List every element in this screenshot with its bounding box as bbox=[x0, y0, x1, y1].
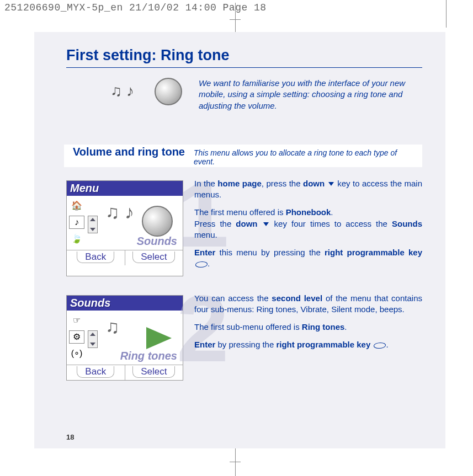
phone-title: Menu bbox=[67, 181, 183, 196]
music-notes-icon: ♫ ♪ bbox=[110, 82, 134, 100]
section-heading: Volume and ring tone bbox=[64, 145, 190, 159]
phone-body: 🏠 ♪ 🍃 ♫ ♪ Sounds bbox=[67, 196, 183, 250]
step-1-text: In the home page, press the down key to … bbox=[194, 178, 422, 276]
programmable-key-icon bbox=[195, 261, 209, 268]
phone-menu-label: Ring tones bbox=[120, 350, 177, 362]
page-content: First setting: Ring tone ♫ ♪ We want to … bbox=[66, 47, 422, 397]
step-2-text: You can access the second level of the m… bbox=[194, 293, 422, 381]
softkey-left: Back bbox=[67, 250, 125, 265]
crop-mark bbox=[230, 19, 241, 20]
section-header: Volume and ring tone This menu allows yo… bbox=[64, 145, 422, 167]
crop-mark bbox=[446, 0, 447, 28]
intro-row: ♫ ♪ We want to familiarise you with the … bbox=[66, 78, 422, 111]
music-notes-icon: ♫ ♪ bbox=[105, 201, 134, 223]
music-notes-icon: ♫ bbox=[105, 316, 120, 338]
scroll-indicator bbox=[88, 330, 98, 348]
note-icon: ♪ bbox=[69, 216, 84, 229]
crop-mark bbox=[235, 448, 236, 476]
softkey-bar: Back Select bbox=[67, 250, 183, 265]
speaker-icon bbox=[142, 206, 173, 237]
scroll-indicator bbox=[88, 216, 98, 233]
intro-text: We want to familiarise you with the inte… bbox=[199, 78, 422, 111]
down-arrow-icon bbox=[263, 222, 269, 226]
phone-screenshot-2: Sounds ☞ ⚙ (∘) ♫ Ring tones Back Select bbox=[66, 295, 183, 381]
horn-icon bbox=[146, 327, 172, 349]
phone-screenshot-1: Menu 🏠 ♪ 🍃 ♫ ♪ Sounds Back Select bbox=[66, 180, 183, 276]
intro-illustration: ♫ ♪ bbox=[110, 78, 182, 111]
gear-icon: ⚙ bbox=[69, 330, 84, 344]
speaker-icon bbox=[155, 78, 182, 105]
crop-mark bbox=[230, 462, 241, 462]
antenna-icon: (∘) bbox=[69, 347, 84, 360]
phone-title: Sounds bbox=[67, 296, 183, 311]
step-2: 2 Sounds ☞ ⚙ (∘) ♫ Ring tones Back Selec… bbox=[66, 293, 422, 381]
section-desc: This menu allows you to allocate a ring … bbox=[190, 147, 422, 167]
home-icon: 🏠 bbox=[69, 199, 84, 212]
page-number: 18 bbox=[66, 433, 74, 441]
softkey-right: Select bbox=[125, 250, 183, 265]
phone-body: ☞ ⚙ (∘) ♫ Ring tones bbox=[67, 311, 183, 365]
page-title: First setting: Ring tone bbox=[66, 47, 422, 68]
print-header: 251206690_MYX-5p_en 21/10/02 14:00 Page … bbox=[0, 0, 473, 15]
hand-icon: ☞ bbox=[69, 314, 84, 327]
step-1: 1 Menu 🏠 ♪ 🍃 ♫ ♪ Sounds Back Select bbox=[66, 178, 422, 276]
softkey-left: Back bbox=[67, 365, 125, 380]
softkey-right: Select bbox=[125, 365, 183, 380]
down-arrow-icon bbox=[328, 182, 334, 186]
softkey-bar: Back Select bbox=[67, 365, 183, 380]
leaf-icon: 🍃 bbox=[69, 232, 84, 245]
phone-menu-label: Sounds bbox=[137, 235, 177, 248]
programmable-key-icon bbox=[373, 343, 387, 349]
